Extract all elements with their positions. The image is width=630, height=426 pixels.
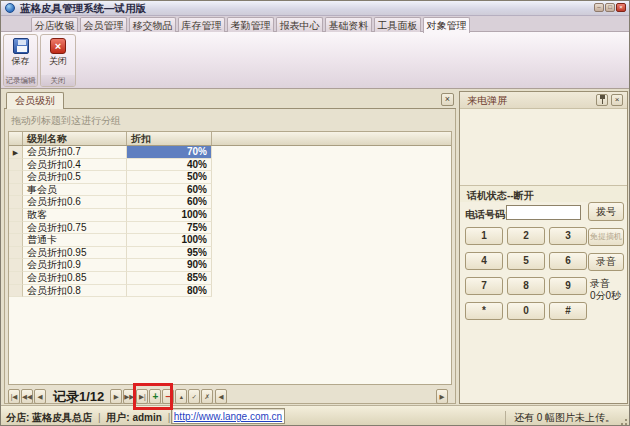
pin-icon[interactable] [596, 94, 608, 106]
hscroll-left-arrow-icon[interactable]: ◀ [215, 389, 227, 404]
keypad-button[interactable]: 5 [507, 252, 545, 270]
table-row[interactable]: 会员折扣0.9 90% [9, 259, 451, 272]
menu-tab[interactable]: 基础资料 [325, 17, 372, 32]
cell-level-name[interactable]: 会员折扣0.5 [23, 171, 127, 184]
call-panel-close-icon[interactable]: × [611, 94, 623, 106]
cell-discount[interactable]: 100% [127, 209, 212, 222]
grid-body: 会员折扣0.7 70% 会员折扣0.4 40% [9, 146, 451, 297]
member-level-panel: 会员级别 × 拖动列标题到这进行分组 级别名称 折扣 会员折扣0.7 [4, 91, 456, 404]
table-row[interactable]: 会员折扣0.6 60% [9, 196, 451, 209]
restore-button[interactable]: □ [605, 3, 615, 12]
cell-discount[interactable]: 85% [127, 272, 212, 285]
cell-level-name[interactable]: 事会员 [23, 184, 127, 197]
keypad-button[interactable]: 3 [549, 227, 587, 245]
table-row[interactable]: 散客 100% [9, 209, 451, 222]
cell-level-name[interactable]: 会员折扣0.85 [23, 272, 127, 285]
app-window: 蓝格皮具管理系统—试用版 – □ × 分店收银 会员管理 移交物品 库存管理 考… [0, 0, 630, 426]
table-row[interactable]: 会员折扣0.4 40% [9, 159, 451, 172]
row-indicator [9, 285, 23, 298]
cell-discount[interactable]: 70% [127, 146, 212, 159]
keypad-button[interactable]: 6 [549, 252, 587, 270]
keypad-button[interactable]: 1 [465, 227, 503, 245]
cell-discount[interactable]: 95% [127, 247, 212, 260]
table-row[interactable]: 事会员 60% [9, 184, 451, 197]
close-form-button[interactable]: × 关闭 [43, 36, 73, 76]
incoming-call-panel: 来电弹屏 × 话机状态--断开 电话号码: 拨号 免提摘机 录音 录音 0分0秒… [459, 91, 628, 404]
row-indicator [9, 234, 23, 247]
hscroll-right-arrow-icon[interactable]: ▶ [436, 389, 448, 404]
navigator-button[interactable]: ◀ [34, 389, 46, 404]
table-row[interactable]: 会员折扣0.85 85% [9, 272, 451, 285]
cell-discount[interactable]: 100% [127, 234, 212, 247]
cell-filler [212, 259, 451, 272]
save-button[interactable]: 保存 [6, 36, 36, 76]
record-status-line1: 录音 [590, 278, 621, 290]
ribbon-group1-label: 记录编辑 [4, 75, 37, 86]
cell-discount[interactable]: 80% [127, 285, 212, 298]
cell-filler [212, 272, 451, 285]
navigator-button[interactable]: ✓ [188, 389, 200, 404]
table-row[interactable]: 会员折扣0.75 75% [9, 222, 451, 235]
dial-button[interactable]: 拨号 [588, 202, 624, 221]
menu-tab[interactable]: 对象管理 [423, 17, 470, 33]
save-floppy-icon [13, 38, 29, 54]
cell-discount[interactable]: 75% [127, 222, 212, 235]
close-window-button[interactable]: × [616, 3, 626, 12]
table-row[interactable]: 会员折扣0.5 50% [9, 171, 451, 184]
table-row[interactable]: 普通卡 100% [9, 234, 451, 247]
keypad-button[interactable]: 7 [465, 277, 503, 295]
record-button[interactable]: 录音 [588, 253, 624, 271]
handsfree-button[interactable]: 免提摘机 [588, 228, 624, 246]
menu-tab[interactable]: 分店收银 [31, 17, 78, 32]
column-header-discount[interactable]: 折扣 [127, 132, 212, 145]
cell-discount[interactable]: 50% [127, 171, 212, 184]
cell-level-name[interactable]: 会员折扣0.75 [23, 222, 127, 235]
tab-member-level[interactable]: 会员级别 [6, 92, 64, 109]
call-panel-title: 来电弹屏 [467, 94, 507, 108]
cell-level-name[interactable]: 普通卡 [23, 234, 127, 247]
cell-level-name[interactable]: 会员折扣0.8 [23, 285, 127, 298]
keypad-button[interactable]: 9 [549, 277, 587, 295]
cell-level-name[interactable]: 会员折扣0.95 [23, 247, 127, 260]
column-header-name[interactable]: 级别名称 [23, 132, 127, 145]
cell-level-name[interactable]: 会员折扣0.7 [23, 146, 127, 159]
keypad-button[interactable]: 2 [507, 227, 545, 245]
navigator-button[interactable]: ◀◀ [21, 389, 33, 404]
panel-close-button[interactable]: × [441, 93, 454, 106]
navigator-button[interactable]: ▶ [110, 389, 122, 404]
site-link[interactable]: http://www.lange.com.cn [174, 411, 282, 422]
menu-tab[interactable]: 会员管理 [80, 17, 127, 32]
close-x-icon: × [50, 38, 66, 54]
cell-discount[interactable]: 60% [127, 184, 212, 197]
phone-number-input[interactable] [506, 205, 581, 220]
table-row[interactable]: 会员折扣0.8 80% [9, 285, 451, 298]
navigator-button[interactable]: ✗ [201, 389, 213, 404]
cell-discount[interactable]: 60% [127, 196, 212, 209]
menu-tab[interactable]: 工具面板 [374, 17, 421, 32]
resize-grip[interactable] [618, 416, 627, 425]
menu-tab[interactable]: 移交物品 [129, 17, 176, 32]
keypad-button[interactable]: 0 [507, 302, 545, 320]
minimize-button[interactable]: – [594, 3, 604, 12]
cell-discount[interactable]: 40% [127, 159, 212, 172]
cell-level-name[interactable]: 会员折扣0.4 [23, 159, 127, 172]
cell-level-name[interactable]: 会员折扣0.9 [23, 259, 127, 272]
keypad-button[interactable]: 4 [465, 252, 503, 270]
menu-tab[interactable]: 库存管理 [178, 17, 225, 32]
ribbon-group2-label: 关闭 [41, 75, 75, 86]
cell-discount[interactable]: 90% [127, 259, 212, 272]
cell-filler [212, 285, 451, 298]
navigator-button[interactable]: |◀ [8, 389, 20, 404]
keypad-button[interactable]: 8 [507, 277, 545, 295]
navigator-button[interactable]: ▴ [175, 389, 187, 404]
table-row[interactable]: 会员折扣0.95 95% [9, 247, 451, 260]
upload-status-text: 还有 0 幅图片未上传。 [505, 411, 615, 425]
menu-tab[interactable]: 考勤管理 [227, 17, 274, 32]
cell-level-name[interactable]: 散客 [23, 209, 127, 222]
table-row[interactable]: 会员折扣0.7 70% [9, 146, 451, 159]
keypad-button[interactable]: # [549, 302, 587, 320]
menu-tab[interactable]: 报表中心 [276, 17, 323, 32]
keypad-button[interactable]: * [465, 302, 503, 320]
title-bar: 蓝格皮具管理系统—试用版 – □ × [1, 1, 629, 16]
cell-level-name[interactable]: 会员折扣0.6 [23, 196, 127, 209]
